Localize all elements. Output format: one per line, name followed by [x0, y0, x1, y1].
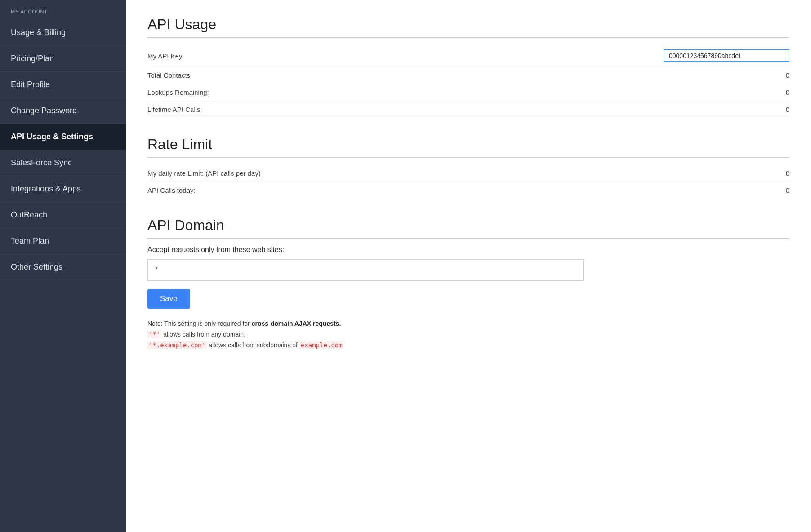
- sidebar-item-change-password[interactable]: Change Password: [0, 98, 126, 124]
- daily-rate-limit-value: 0: [776, 169, 789, 177]
- api-usage-section: API Usage My API Key 000001234567890abcd…: [147, 16, 789, 118]
- api-key-label: My API Key: [147, 52, 264, 60]
- domain-input[interactable]: [147, 259, 584, 281]
- lifetime-api-calls-value: 0: [776, 106, 789, 113]
- rate-limit-divider: [147, 157, 789, 158]
- total-contacts-value: 0: [776, 71, 789, 79]
- note-line1-bold: cross-domain AJAX requests.: [252, 320, 341, 327]
- sidebar-item-usage-billing[interactable]: Usage & Billing: [0, 20, 126, 46]
- api-domain-section: API Domain Accept requests only from the…: [147, 217, 789, 350]
- total-contacts-row: Total Contacts 0: [147, 67, 789, 84]
- save-button[interactable]: Save: [147, 289, 190, 309]
- daily-rate-limit-row: My daily rate Limit: (API calls per day)…: [147, 165, 789, 182]
- api-usage-divider: [147, 37, 789, 38]
- api-calls-today-value: 0: [776, 186, 789, 194]
- api-calls-today-label: API Calls today:: [147, 186, 264, 194]
- daily-rate-limit-label: My daily rate Limit: (API calls per day): [147, 169, 264, 177]
- note-star-code: '*': [147, 330, 161, 338]
- lookups-remaining-row: Lookups Remaining: 0: [147, 84, 789, 101]
- sidebar-item-edit-profile[interactable]: Edit Profile: [0, 72, 126, 98]
- note-line3-middle: allows calls from subdomains of: [207, 341, 299, 349]
- lifetime-api-calls-label: Lifetime API Calls:: [147, 106, 264, 113]
- sidebar: MY ACCOUNT Usage & Billing Pricing/Plan …: [0, 0, 126, 532]
- note-line1-prefix: Note: This setting is only required for: [147, 320, 252, 327]
- sidebar-item-team-plan[interactable]: Team Plan: [0, 228, 126, 254]
- sidebar-item-other-settings[interactable]: Other Settings: [0, 254, 126, 280]
- sidebar-item-outreach[interactable]: OutReach: [0, 202, 126, 228]
- api-domain-divider: [147, 238, 789, 239]
- sidebar-item-salesforce-sync[interactable]: SalesForce Sync: [0, 150, 126, 176]
- api-calls-today-row: API Calls today: 0: [147, 182, 789, 199]
- sidebar-section-label: MY ACCOUNT: [0, 9, 126, 20]
- note-box: Note: This setting is only required for …: [147, 319, 584, 350]
- accept-requests-label: Accept requests only from these web site…: [147, 246, 789, 254]
- lifetime-api-calls-row: Lifetime API Calls: 0: [147, 101, 789, 118]
- note-wildcard-code: '*.example.com': [147, 341, 207, 349]
- sidebar-item-api-usage-settings[interactable]: API Usage & Settings: [0, 124, 126, 150]
- api-key-row: My API Key 000001234567890abcdef: [147, 45, 789, 67]
- rate-limit-section: Rate Limit My daily rate Limit: (API cal…: [147, 136, 789, 199]
- api-domain-title: API Domain: [147, 217, 789, 234]
- rate-limit-title: Rate Limit: [147, 136, 789, 153]
- sidebar-item-integrations-apps[interactable]: Integrations & Apps: [0, 176, 126, 202]
- note-line2-suffix: allows calls from any domain.: [161, 331, 245, 338]
- sidebar-item-pricing-plan[interactable]: Pricing/Plan: [0, 46, 126, 72]
- api-key-value: 000001234567890abcdef: [664, 49, 789, 62]
- total-contacts-label: Total Contacts: [147, 71, 264, 79]
- note-domain-value: example.com: [299, 341, 344, 349]
- main-content: API Usage My API Key 000001234567890abcd…: [126, 0, 811, 532]
- lookups-remaining-value: 0: [776, 89, 789, 96]
- api-usage-title: API Usage: [147, 16, 789, 33]
- lookups-remaining-label: Lookups Remaining:: [147, 89, 264, 96]
